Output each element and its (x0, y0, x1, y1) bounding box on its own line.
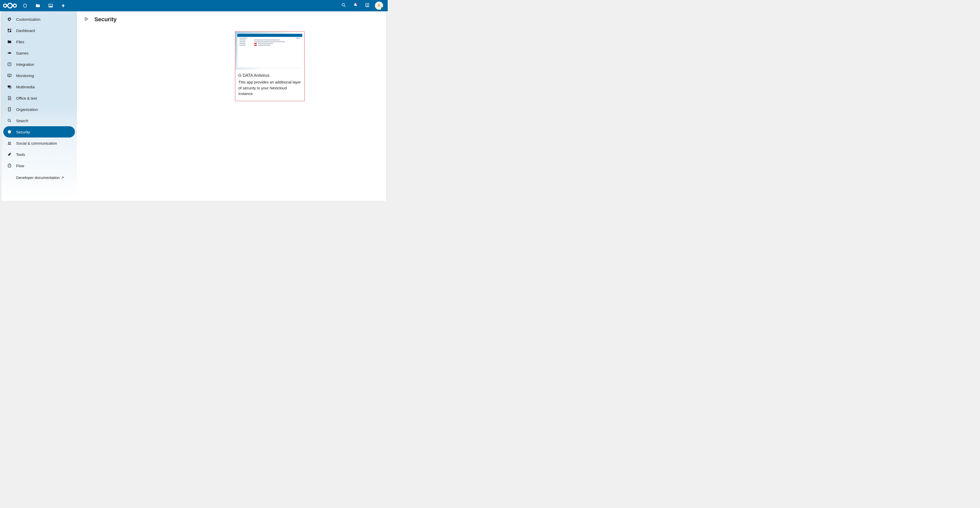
main-wrap: Customization Dashboard Files Games Inte… (1, 11, 387, 201)
svg-point-15 (10, 53, 11, 53)
sidebar-item-files[interactable]: Files (3, 36, 75, 47)
svg-point-2 (13, 4, 16, 7)
sidebar-item-devdocs[interactable]: Developer documentation ↗ (3, 172, 75, 183)
sidebar-item-organization[interactable]: Organization (3, 104, 75, 115)
sidebar-item-social[interactable]: Social & communication (3, 137, 75, 149)
svg-rect-10 (8, 29, 9, 30)
multimedia-icon (7, 84, 12, 89)
app-card-title: G DATA Antivirus (239, 73, 301, 78)
app-card-thumbnail (235, 32, 304, 70)
sidebar-label: Games (16, 51, 29, 55)
monitor-icon (7, 73, 12, 78)
sidebar-label: Organization (16, 107, 38, 112)
people-icon (7, 141, 12, 146)
top-bar: A (0, 0, 388, 11)
sidebar-label: Flow (16, 164, 24, 168)
sidebar-label: Tools (16, 152, 25, 157)
sidebar-item-games[interactable]: Games (3, 47, 75, 59)
sidebar-label: Multimedia (16, 85, 35, 89)
sidebar-item-security[interactable]: Security (3, 126, 75, 137)
svg-point-0 (8, 3, 12, 8)
sidebar-item-flow[interactable]: Flow (3, 160, 75, 171)
sidebar-label: Search (16, 118, 29, 123)
sidebar-label: Office & text (16, 96, 37, 101)
svg-point-1 (3, 4, 6, 7)
gear-icon (7, 17, 12, 22)
app-card-body: G DATA Antivirus This app provides an ad… (235, 70, 304, 101)
nav-dashboard[interactable] (19, 0, 31, 11)
sidebar-label: Integration (16, 62, 34, 67)
organization-icon (7, 107, 12, 112)
avatar-status (381, 7, 383, 10)
sidebar-label: Dashboard (16, 29, 35, 33)
contacts-icon (365, 3, 370, 9)
sidebar-label: Customization (16, 17, 40, 21)
bell-icon (353, 3, 358, 9)
content-header: Security (77, 11, 387, 27)
gamepad-icon (7, 50, 12, 56)
svg-rect-11 (10, 29, 11, 30)
menu-collapse-icon (84, 17, 89, 22)
sidebar-label: Files (16, 40, 24, 44)
svg-rect-12 (10, 30, 11, 32)
sidebar: Customization Dashboard Files Games Inte… (1, 11, 77, 201)
office-icon (7, 96, 12, 101)
sidebar-label: Monitoring (16, 73, 34, 78)
collapse-sidebar-button[interactable] (83, 16, 89, 22)
flow-icon (7, 163, 12, 168)
search-icon (341, 3, 346, 9)
nav-files[interactable] (32, 0, 43, 11)
sidebar-item-search[interactable]: Search (3, 115, 75, 126)
sidebar-item-monitoring[interactable]: Monitoring (3, 70, 75, 81)
sidebar-label: Social & communication (16, 141, 57, 145)
page-title: Security (94, 16, 117, 23)
content-area: Security G DATA Antivirus This app provi… (77, 11, 387, 201)
search-icon (7, 118, 12, 123)
top-bar-right: A (340, 2, 386, 10)
nextcloud-logo[interactable] (2, 2, 18, 10)
sidebar-item-office[interactable]: Office & text (3, 93, 75, 104)
svg-point-7 (356, 3, 357, 5)
empty-icon (7, 175, 12, 180)
svg-rect-13 (8, 31, 9, 32)
svg-point-9 (367, 4, 368, 5)
shield-icon (7, 129, 12, 134)
svg-point-3 (23, 4, 27, 7)
svg-rect-20 (8, 107, 11, 111)
integration-icon (7, 62, 12, 67)
tools-icon (7, 152, 12, 157)
sidebar-item-integration[interactable]: Integration (3, 59, 75, 70)
svg-point-6 (342, 3, 344, 6)
nav-activity[interactable] (58, 0, 69, 11)
svg-point-23 (10, 142, 11, 143)
dashboard-icon (7, 28, 12, 33)
svg-point-21 (8, 119, 10, 121)
contacts-button[interactable] (363, 2, 371, 10)
sidebar-label: Developer documentation ↗ (16, 176, 64, 180)
user-avatar[interactable]: A (375, 2, 383, 10)
sidebar-item-dashboard[interactable]: Dashboard (3, 25, 75, 36)
avatar-initial: A (378, 3, 380, 8)
sidebar-item-customization[interactable]: Customization (3, 14, 75, 25)
sidebar-item-multimedia[interactable]: Multimedia (3, 81, 75, 93)
folder-icon (7, 39, 12, 44)
svg-point-22 (8, 142, 10, 143)
notifications-button[interactable] (352, 2, 360, 10)
thumbnail-mini-window (237, 34, 302, 68)
sidebar-label: Security (16, 130, 30, 134)
svg-point-5 (49, 5, 50, 5)
app-card-description: This app provides an additional layer of… (239, 79, 301, 97)
sidebar-item-tools[interactable]: Tools (3, 149, 75, 160)
top-bar-left (2, 0, 69, 11)
nav-photos[interactable] (45, 0, 56, 11)
search-button[interactable] (340, 2, 348, 10)
app-card-gdata[interactable]: G DATA Antivirus This app provides an ad… (235, 32, 305, 101)
